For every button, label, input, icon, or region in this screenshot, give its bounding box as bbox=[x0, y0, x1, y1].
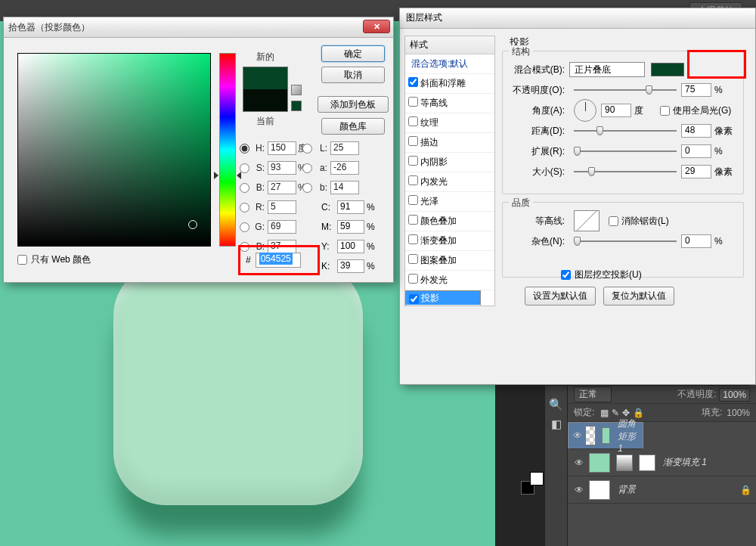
l-radio[interactable] bbox=[302, 144, 312, 154]
style-gradoverlay[interactable]: 渐变叠加 bbox=[405, 231, 494, 251]
style-checkbox[interactable] bbox=[408, 175, 418, 185]
bv-input[interactable]: 27 bbox=[268, 181, 296, 194]
r-radio[interactable] bbox=[240, 203, 249, 213]
opacity-input[interactable]: 75 bbox=[681, 83, 711, 97]
layer-thumb[interactable] bbox=[585, 426, 596, 445]
k-input[interactable]: 39 bbox=[337, 259, 364, 273]
style-stroke[interactable]: 描边 bbox=[405, 133, 494, 153]
g-input[interactable]: 69 bbox=[268, 220, 296, 234]
style-checkbox[interactable] bbox=[408, 97, 418, 107]
reset-default-button[interactable]: 复位为默认值 bbox=[603, 287, 674, 306]
style-checkbox[interactable] bbox=[409, 294, 419, 304]
color-field[interactable] bbox=[17, 53, 211, 247]
ok-button[interactable]: 确定 bbox=[321, 45, 385, 62]
style-innershadow[interactable]: 内阴影 bbox=[405, 153, 494, 172]
style-contour[interactable]: 等高线 bbox=[405, 94, 494, 113]
layer-mask-thumb[interactable] bbox=[602, 427, 610, 444]
g-radio[interactable] bbox=[240, 222, 249, 232]
cancel-button[interactable]: 取消 bbox=[321, 67, 385, 83]
angle-dial[interactable] bbox=[574, 99, 596, 122]
shadow-color-chip[interactable] bbox=[651, 63, 684, 76]
set-default-button[interactable]: 设置为默认值 bbox=[525, 287, 596, 306]
style-dropshadow[interactable]: 投影 bbox=[405, 290, 481, 306]
zoom-icon[interactable]: 🔍 bbox=[545, 398, 567, 411]
style-checkbox[interactable] bbox=[408, 136, 418, 146]
preview-swatches[interactable] bbox=[243, 67, 288, 112]
bc-radio[interactable] bbox=[240, 242, 249, 252]
layer-thumb[interactable] bbox=[589, 453, 610, 473]
layer-mask-thumb[interactable] bbox=[639, 454, 655, 471]
opacity-slider[interactable] bbox=[574, 84, 677, 96]
opacity-value[interactable]: 100% bbox=[719, 388, 750, 402]
b2-radio[interactable] bbox=[302, 183, 312, 193]
knockout-checkbox[interactable]: 图层挖空投影(U) bbox=[561, 268, 642, 281]
a-input[interactable]: -26 bbox=[330, 161, 359, 175]
layer-adj-thumb[interactable] bbox=[616, 454, 633, 471]
style-innerglow[interactable]: 内发光 bbox=[405, 172, 494, 192]
layer-item[interactable]: 👁 渐变填充 1 bbox=[568, 449, 756, 476]
style-checkbox[interactable] bbox=[408, 116, 418, 126]
style-bevel[interactable]: 斜面和浮雕 bbox=[405, 74, 494, 94]
cube-icon[interactable] bbox=[291, 85, 302, 95]
style-patternoverlay[interactable]: 图案叠加 bbox=[405, 251, 494, 271]
h-input[interactable]: 150 bbox=[268, 141, 296, 155]
noise-slider[interactable] bbox=[574, 235, 677, 247]
layer-item[interactable]: 👁 圆角矩形 1 bbox=[568, 422, 643, 449]
global-light-checkbox[interactable]: 使用全局光(G) bbox=[660, 104, 731, 117]
b-radio[interactable] bbox=[240, 183, 249, 193]
s-radio[interactable] bbox=[240, 163, 249, 173]
style-texture[interactable]: 纹理 bbox=[405, 113, 494, 133]
dialog-titlebar[interactable]: 拾色器（投影颜色） ✕ bbox=[4, 17, 393, 38]
distance-slider[interactable] bbox=[574, 125, 677, 137]
c-input[interactable]: 91 bbox=[337, 200, 364, 214]
contour-picker[interactable] bbox=[574, 210, 600, 231]
r-input[interactable]: 5 bbox=[268, 200, 296, 214]
style-checkbox[interactable] bbox=[408, 77, 418, 87]
noise-input[interactable]: 0 bbox=[681, 234, 711, 248]
visibility-icon[interactable]: 👁 bbox=[573, 430, 582, 441]
a-radio[interactable] bbox=[302, 163, 312, 173]
style-checkbox[interactable] bbox=[408, 215, 418, 225]
blendmode-select[interactable]: 正片叠底 bbox=[569, 62, 645, 77]
fg-color-swatch[interactable] bbox=[530, 472, 544, 486]
layer-thumb[interactable] bbox=[589, 480, 610, 500]
blend-mode-select[interactable]: 正常 bbox=[574, 386, 612, 402]
hex-input[interactable]: 054525 bbox=[256, 253, 301, 268]
size-slider[interactable] bbox=[574, 166, 677, 178]
dialog-titlebar[interactable]: 图层样式 bbox=[400, 8, 755, 29]
style-blendopt[interactable]: 混合选项:默认 bbox=[405, 54, 494, 74]
close-button[interactable]: ✕ bbox=[363, 20, 390, 33]
style-coloroverlay[interactable]: 颜色叠加 bbox=[405, 212, 494, 231]
lock-icons[interactable]: ▦✎✥🔒 bbox=[599, 408, 646, 418]
style-satin[interactable]: 光泽 bbox=[405, 192, 494, 212]
hue-slider[interactable] bbox=[219, 53, 236, 247]
visibility-icon[interactable]: 👁 bbox=[572, 485, 586, 495]
h-radio[interactable] bbox=[240, 144, 249, 154]
websafe-swatch[interactable] bbox=[291, 101, 302, 111]
size-input[interactable]: 29 bbox=[681, 165, 711, 178]
visibility-icon[interactable]: 👁 bbox=[572, 458, 586, 468]
add-swatch-button[interactable]: 添加到色板 bbox=[318, 96, 389, 113]
spread-slider[interactable] bbox=[574, 145, 677, 157]
y-input[interactable]: 100 bbox=[337, 240, 364, 253]
distance-input[interactable]: 48 bbox=[681, 124, 711, 138]
bc-input[interactable]: 37 bbox=[268, 240, 296, 253]
style-checkbox[interactable] bbox=[408, 156, 418, 166]
b2-input[interactable]: 14 bbox=[330, 181, 359, 194]
fill-value[interactable]: 100% bbox=[727, 408, 750, 418]
spread-input[interactable]: 0 bbox=[681, 144, 711, 158]
style-checkbox[interactable] bbox=[408, 234, 418, 244]
web-only-checkbox[interactable]: 只有 Web 颜色 bbox=[17, 253, 91, 266]
style-checkbox[interactable] bbox=[408, 254, 418, 264]
panel-icon[interactable]: ◧ bbox=[545, 417, 567, 431]
s-input[interactable]: 93 bbox=[268, 161, 296, 175]
style-checkbox[interactable] bbox=[408, 274, 418, 284]
style-checkbox[interactable] bbox=[408, 195, 418, 205]
layer-item[interactable]: 👁 背景 🔒 bbox=[568, 476, 756, 504]
l-input[interactable]: 25 bbox=[330, 141, 359, 155]
antialias-checkbox[interactable]: 消除锯齿(L) bbox=[609, 215, 669, 228]
m-input[interactable]: 59 bbox=[337, 220, 364, 234]
color-lib-button[interactable]: 颜色库 bbox=[321, 118, 385, 135]
angle-input[interactable]: 90 bbox=[601, 104, 631, 117]
style-outerglow[interactable]: 外发光 bbox=[405, 271, 494, 290]
